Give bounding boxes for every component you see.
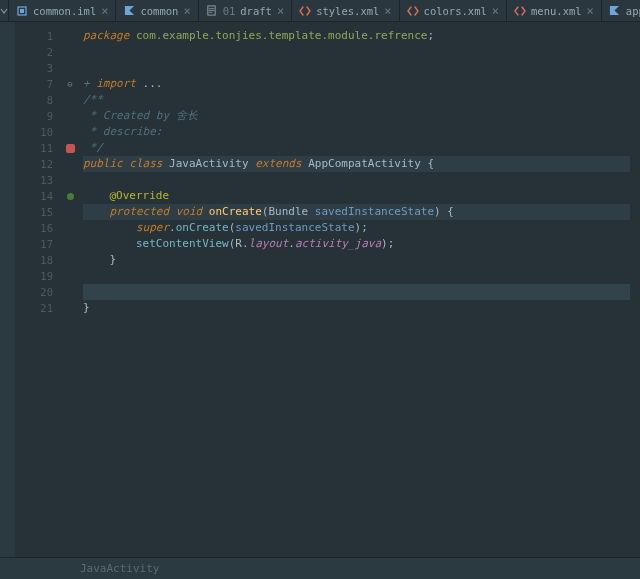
close-icon[interactable]: × bbox=[101, 5, 108, 17]
line-number: 10 bbox=[15, 124, 53, 140]
code-line bbox=[83, 268, 630, 284]
gutter-mark bbox=[61, 172, 79, 188]
gutter-mark bbox=[61, 188, 79, 204]
gutter-mark bbox=[61, 140, 79, 156]
line-number: 13 bbox=[15, 172, 53, 188]
code-line: @Override bbox=[83, 188, 630, 204]
code-line: + import ... bbox=[83, 76, 630, 92]
editor-tab[interactable]: styles.xml× bbox=[292, 0, 399, 21]
line-number: 7 bbox=[15, 76, 53, 92]
left-rail bbox=[0, 22, 15, 557]
editor-tab[interactable]: menu.xml× bbox=[507, 0, 602, 21]
chevron-down-icon bbox=[0, 7, 8, 15]
line-number: 12 bbox=[15, 156, 53, 172]
code-line-caret bbox=[83, 284, 630, 300]
line-number: 1 bbox=[15, 28, 53, 44]
line-number: 20 bbox=[15, 284, 53, 300]
close-icon[interactable]: × bbox=[492, 5, 499, 17]
editor-tab[interactable]: common.iml× bbox=[9, 0, 116, 21]
gutter-mark bbox=[61, 108, 79, 124]
line-number: 9 bbox=[15, 108, 53, 124]
tab-label: colors.xml bbox=[424, 5, 487, 17]
code-line: protected void onCreate(Bundle savedInst… bbox=[83, 204, 630, 220]
tab-label: draft bbox=[240, 5, 272, 17]
line-number: 17 bbox=[15, 236, 53, 252]
code-line: super.onCreate(savedInstanceState); bbox=[83, 220, 630, 236]
gutter-mark bbox=[61, 300, 79, 316]
gutter-mark bbox=[61, 236, 79, 252]
tab-label: menu.xml bbox=[531, 5, 582, 17]
line-number: 15 bbox=[15, 204, 53, 220]
vertical-scrollbar[interactable] bbox=[630, 22, 640, 557]
gutter-mark bbox=[61, 124, 79, 140]
close-icon[interactable]: × bbox=[384, 5, 391, 17]
gutter-mark bbox=[61, 28, 79, 44]
svg-rect-1 bbox=[20, 9, 24, 13]
line-number: 18 bbox=[15, 252, 53, 268]
gutter-mark bbox=[61, 204, 79, 220]
code-line bbox=[83, 316, 630, 332]
code-line: /** bbox=[83, 92, 630, 108]
code-line bbox=[83, 44, 630, 60]
xml-icon bbox=[407, 5, 419, 17]
code-line bbox=[83, 60, 630, 76]
gutter-mark bbox=[61, 220, 79, 236]
breadcrumb-bar[interactable]: JavaActivity bbox=[0, 557, 640, 579]
breadcrumb-item[interactable]: JavaActivity bbox=[80, 562, 159, 575]
gutter-mark bbox=[61, 60, 79, 76]
code-line: } bbox=[83, 300, 630, 316]
kt-icon bbox=[609, 5, 621, 17]
line-number: 2 bbox=[15, 44, 53, 60]
gutter-mark bbox=[61, 284, 79, 300]
gutter-mark: ⊖ bbox=[61, 76, 79, 92]
line-number: 19 bbox=[15, 268, 53, 284]
gutter-mark bbox=[61, 268, 79, 284]
tab-overflow-left[interactable] bbox=[0, 0, 9, 21]
close-icon[interactable]: × bbox=[277, 5, 284, 17]
editor-tab[interactable]: app× bbox=[602, 0, 640, 21]
code-line: */ bbox=[83, 140, 630, 156]
line-number: 8 bbox=[15, 92, 53, 108]
gutter-mark bbox=[61, 92, 79, 108]
line-number: 3 bbox=[15, 60, 53, 76]
close-icon[interactable]: × bbox=[183, 5, 190, 17]
editor-tab[interactable]: common× bbox=[116, 0, 198, 21]
line-number: 14 bbox=[15, 188, 53, 204]
close-icon[interactable]: × bbox=[587, 5, 594, 17]
editor-area: 123789101112131415161718192021 ⊖ package… bbox=[0, 22, 640, 557]
iml-icon bbox=[16, 5, 28, 17]
tab-label: common bbox=[140, 5, 178, 17]
ide-root: common.iml×common×01 draft×styles.xml×co… bbox=[0, 0, 640, 579]
code-canvas[interactable]: package com.example.tonjies.template.mod… bbox=[79, 22, 630, 557]
gutter-mark bbox=[61, 252, 79, 268]
editor-tab[interactable]: colors.xml× bbox=[400, 0, 507, 21]
tab-prefix: 01 bbox=[223, 5, 236, 17]
txt-icon bbox=[206, 5, 218, 17]
xml-icon bbox=[299, 5, 311, 17]
tab-label: styles.xml bbox=[316, 5, 379, 17]
editor-tab[interactable]: 01 draft× bbox=[199, 0, 293, 21]
gutter-mark bbox=[61, 156, 79, 172]
tab-label: common.iml bbox=[33, 5, 96, 17]
code-line: public class JavaActivity extends AppCom… bbox=[83, 156, 630, 172]
line-number-gutter: 123789101112131415161718192021 bbox=[15, 22, 61, 557]
code-line: * describe: bbox=[83, 124, 630, 140]
xml-icon bbox=[514, 5, 526, 17]
marker-gutter: ⊖ bbox=[61, 22, 79, 557]
kt-icon bbox=[123, 5, 135, 17]
tab-bar: common.iml×common×01 draft×styles.xml×co… bbox=[0, 0, 640, 22]
gutter-mark bbox=[61, 44, 79, 60]
code-line: } bbox=[83, 252, 630, 268]
tab-label: app bbox=[626, 5, 640, 17]
line-number: 16 bbox=[15, 220, 53, 236]
line-number: 21 bbox=[15, 300, 53, 316]
code-line bbox=[83, 172, 630, 188]
code-line: setContentView(R.layout.activity_java); bbox=[83, 236, 630, 252]
code-line: * Created by 舍长 bbox=[83, 108, 630, 124]
line-number: 11 bbox=[15, 140, 53, 156]
code-line: package com.example.tonjies.template.mod… bbox=[83, 28, 630, 44]
